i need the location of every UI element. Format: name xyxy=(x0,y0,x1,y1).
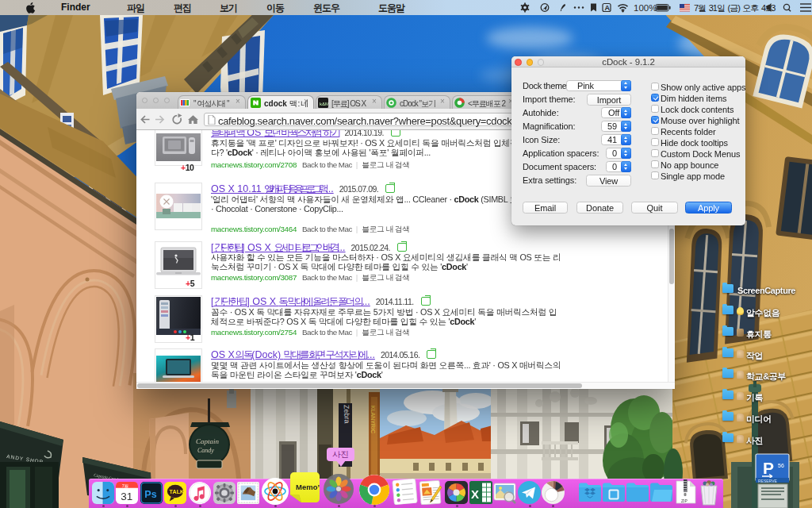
svg-text:Ps: Ps xyxy=(144,489,156,500)
svg-text:100%: 100% xyxy=(634,3,657,13)
svg-text:RESERVE: RESERVE xyxy=(758,479,777,483)
svg-text:k&M: k&M xyxy=(320,102,328,106)
svg-text:Candy: Candy xyxy=(197,447,214,454)
svg-text:Memo’: Memo’ xyxy=(296,483,320,491)
svg-text:A: A xyxy=(605,4,611,12)
svg-text:Zebra: Zebra xyxy=(343,405,351,424)
svg-text:31: 31 xyxy=(121,491,132,502)
svg-text:P: P xyxy=(763,459,774,477)
svg-text:ZIP: ZIP xyxy=(681,498,688,503)
svg-text:Captain: Captain xyxy=(196,437,220,445)
svg-text:KLANYRIC: KLANYRIC xyxy=(370,406,376,433)
svg-text:7월 31일 (금) 오후 4:23: 7월 31일 (금) 오후 4:23 xyxy=(694,3,776,13)
svg-text:TALK: TALK xyxy=(170,488,186,495)
svg-text:56: 56 xyxy=(778,463,784,468)
svg-text:7월: 7월 xyxy=(122,483,128,488)
svg-text:X: X xyxy=(471,487,479,501)
